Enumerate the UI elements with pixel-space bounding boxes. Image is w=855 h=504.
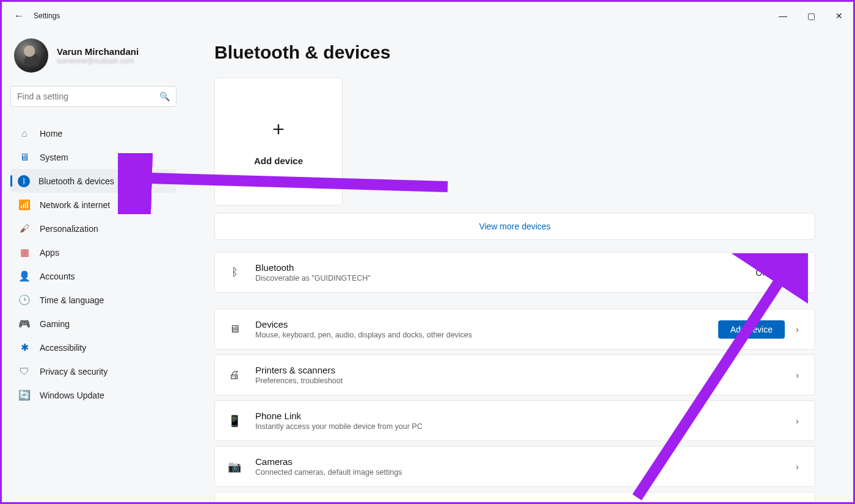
user-email: someone@outlook.com <box>57 57 139 65</box>
sidebar-item-network[interactable]: 📶 Network & internet <box>10 193 176 217</box>
view-more-devices[interactable]: View more devices <box>214 213 815 240</box>
printers-row[interactable]: 🖨 Printers & scanners Preferences, troub… <box>214 355 815 395</box>
sidebar-item-label: Accounts <box>40 272 75 281</box>
chevron-right-icon: › <box>792 324 802 334</box>
back-button[interactable]: ← <box>14 10 24 21</box>
phone-link-row[interactable]: 📱 Phone Link Instantly access your mobil… <box>214 400 815 441</box>
plus-icon: + <box>272 117 285 141</box>
titlebar: ← Settings <box>2 2 853 30</box>
sidebar-item-label: Apps <box>40 248 59 257</box>
bluetooth-title: Bluetooth <box>255 262 755 273</box>
add-device-label: Add device <box>254 156 303 166</box>
phone-icon: 📱 <box>227 414 242 428</box>
phone-title: Phone Link <box>255 411 792 421</box>
bluetooth-row: ᛒ Bluetooth Discoverable as "GUIDINGTECH… <box>214 252 815 293</box>
sidebar-item-system[interactable]: 🖥 System <box>10 145 176 169</box>
chevron-right-icon: › <box>792 461 802 472</box>
printers-sub: Preferences, troubleshoot <box>255 376 792 385</box>
clock-icon: 🕒 <box>18 293 31 307</box>
brush-icon: 🖌 <box>18 222 31 236</box>
sidebar-item-label: Privacy & security <box>40 367 107 376</box>
sidebar-item-bluetooth[interactable]: ᛒ Bluetooth & devices <box>10 169 176 193</box>
printers-title: Printers & scanners <box>255 365 792 375</box>
avatar <box>14 38 48 73</box>
sidebar-item-label: Home <box>40 129 62 139</box>
home-icon: ⌂ <box>18 127 31 140</box>
search-field[interactable]: 🔍 <box>10 86 176 107</box>
wifi-icon: 📶 <box>18 198 31 212</box>
page-title: Bluetooth & devices <box>214 42 815 63</box>
sidebar-item-label: System <box>40 153 68 162</box>
bluetooth-state: On <box>755 268 767 278</box>
printer-icon: 🖨 <box>227 369 242 381</box>
system-icon: 🖥 <box>18 151 31 164</box>
user-name: Varun Mirchandani <box>57 46 139 57</box>
sidebar-item-update[interactable]: 🔄 Windows Update <box>10 383 176 407</box>
sidebar-item-privacy[interactable]: 🛡 Privacy & security <box>10 359 176 383</box>
devices-icon: 🖥 <box>227 323 242 336</box>
main: Bluetooth & devices + Add device View mo… <box>185 30 853 502</box>
person-icon: 👤 <box>18 270 31 283</box>
update-icon: 🔄 <box>18 389 31 402</box>
devices-title: Devices <box>255 319 718 329</box>
phone-sub: Instantly access your mobile device from… <box>255 422 792 431</box>
sidebar-item-label: Time & language <box>40 295 104 305</box>
sidebar-item-label: Personalization <box>40 224 98 234</box>
minimize-button[interactable]: — <box>769 2 797 30</box>
accessibility-icon: ✱ <box>18 341 31 355</box>
sidebar-item-gaming[interactable]: 🎮 Gaming <box>10 312 176 336</box>
devices-row[interactable]: 🖥 Devices Mouse, keyboard, pen, audio, d… <box>214 309 815 350</box>
sidebar-item-label: Network & internet <box>40 200 110 210</box>
sidebar-item-label: Bluetooth & devices <box>38 176 114 186</box>
camera-icon: 📷 <box>227 460 242 473</box>
sidebar-item-label: Windows Update <box>40 391 104 400</box>
gamepad-icon: 🎮 <box>18 317 31 331</box>
sidebar-item-personalization[interactable]: 🖌 Personalization <box>10 217 176 240</box>
sidebar: Varun Mirchandani someone@outlook.com 🔍 … <box>2 30 185 502</box>
sidebar-item-accounts[interactable]: 👤 Accounts <box>10 264 176 288</box>
sidebar-item-accessibility[interactable]: ✱ Accessibility <box>10 336 176 359</box>
search-input[interactable] <box>17 92 159 101</box>
window-controls: — ▢ ✕ <box>769 2 853 30</box>
bluetooth-toggle[interactable] <box>778 267 802 279</box>
search-icon: 🔍 <box>159 92 170 101</box>
view-more-label: View more devices <box>479 221 550 231</box>
cameras-row[interactable]: 📷 Cameras Connected cameras, default ima… <box>214 446 815 487</box>
cameras-sub: Connected cameras, default image setting… <box>255 468 792 477</box>
add-device-button[interactable]: Add device <box>718 320 785 339</box>
bluetooth-sub: Discoverable as "GUIDINGTECH" <box>255 274 755 283</box>
add-device-card[interactable]: + Add device <box>214 77 343 206</box>
sidebar-item-label: Gaming <box>40 319 70 329</box>
apps-icon: ▦ <box>18 246 31 259</box>
sidebar-item-label: Accessibility <box>40 343 86 353</box>
shield-icon: 🛡 <box>18 365 31 378</box>
chevron-right-icon: › <box>792 370 802 380</box>
maximize-button[interactable]: ▢ <box>797 2 825 30</box>
close-button[interactable]: ✕ <box>825 2 853 30</box>
sidebar-item-apps[interactable]: ▦ Apps <box>10 240 176 264</box>
cameras-title: Cameras <box>255 456 792 467</box>
chevron-right-icon: › <box>792 416 802 426</box>
sidebar-item-home[interactable]: ⌂ Home <box>10 121 176 145</box>
sidebar-item-time[interactable]: 🕒 Time & language <box>10 288 176 312</box>
mouse-row[interactable]: 🖱 Mouse Buttons, mouse pointer speed, sc… <box>214 492 815 502</box>
bluetooth-icon: ᛒ <box>227 266 242 279</box>
bluetooth-icon: ᛒ <box>18 175 30 187</box>
devices-sub: Mouse, keyboard, pen, audio, displays an… <box>255 331 718 339</box>
window-title: Settings <box>34 12 60 20</box>
nav: ⌂ Home 🖥 System ᛒ Bluetooth & devices 📶 … <box>10 121 176 407</box>
profile[interactable]: Varun Mirchandani someone@outlook.com <box>10 38 176 73</box>
